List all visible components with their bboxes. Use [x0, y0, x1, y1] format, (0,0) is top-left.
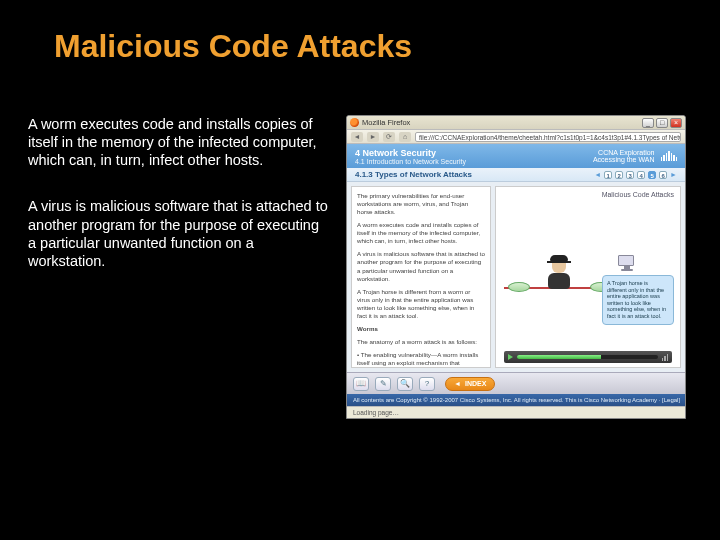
browser-toolbar: ◄ ► ⟳ ⌂ file:///C:/CCNAExploration4/them…	[347, 130, 685, 144]
embedded-screenshot: Mozilla Firefox _ □ × ◄ ► ⟳ ⌂ file:///C:…	[346, 115, 686, 419]
browser-window: Mozilla Firefox _ □ × ◄ ► ⟳ ⌂ file:///C:…	[346, 115, 686, 419]
book-icon[interactable]: 📖	[353, 377, 369, 391]
index-label: INDEX	[465, 380, 486, 387]
minimize-button[interactable]: _	[642, 118, 654, 128]
window-title: Mozilla Firefox	[362, 118, 642, 127]
course-bottom-toolbar: 📖 ✎ 🔍 ? ◄ INDEX	[347, 372, 685, 394]
maximize-button[interactable]: □	[656, 118, 668, 128]
copyright-footer: All contents are Copyright © 1992-2007 C…	[347, 394, 685, 406]
chapter-title: 4 Network Security	[355, 148, 466, 158]
slide-title: Malicious Code Attacks	[0, 0, 720, 65]
paragraph-worm: A worm executes code and installs copies…	[28, 115, 328, 169]
reload-button[interactable]: ⟳	[383, 132, 395, 142]
back-button[interactable]: ◄	[351, 132, 363, 142]
illustration-panel: Malicious Code Attacks A Trojan horse is…	[495, 186, 681, 368]
volume-icon[interactable]	[662, 354, 669, 361]
text-column: A worm executes code and installs copies…	[28, 115, 328, 419]
lesson-text-panel: The primary vulnerabilities for end-user…	[351, 186, 491, 368]
section-bar: 4.1.3 Types of Network Attacks ◄ 1 2 3 4…	[347, 168, 685, 182]
prev-page-arrow-icon[interactable]: ◄	[594, 171, 601, 178]
address-bar[interactable]: file:///C:/CCNAExploration4/theme/cheeta…	[415, 132, 681, 142]
lesson-p3: A virus is malicious software that is at…	[357, 250, 485, 282]
close-button[interactable]: ×	[670, 118, 682, 128]
step-3[interactable]: 3	[626, 171, 634, 179]
firefox-icon	[350, 118, 359, 127]
search-icon[interactable]: 🔍	[397, 377, 413, 391]
chapter-subtitle: 4.1 Introduction to Network Security	[355, 158, 466, 165]
window-controls: _ □ ×	[642, 118, 682, 128]
lesson-p4: A Trojan horse is different from a worm …	[357, 288, 485, 320]
help-icon[interactable]: ?	[419, 377, 435, 391]
progress-fill	[517, 355, 601, 359]
window-titlebar: Mozilla Firefox _ □ ×	[347, 116, 685, 130]
page-steps: ◄ 1 2 3 4 5 6 ►	[594, 171, 677, 179]
step-2[interactable]: 2	[615, 171, 623, 179]
ccna-tag: CCNA Exploration	[593, 149, 655, 156]
browser-status-bar: Loading page…	[347, 406, 685, 418]
play-button-icon[interactable]	[508, 354, 513, 360]
forward-button[interactable]: ►	[367, 132, 379, 142]
lesson-worms-heading: Worms	[357, 325, 378, 332]
lesson-p2: A worm executes code and installs copies…	[357, 221, 485, 245]
step-6[interactable]: 6	[659, 171, 667, 179]
step-1[interactable]: 1	[604, 171, 612, 179]
next-page-arrow-icon[interactable]: ►	[670, 171, 677, 178]
computer-icon	[618, 255, 636, 271]
ccna-subtag: Accessing the WAN	[593, 156, 655, 163]
step-4[interactable]: 4	[637, 171, 645, 179]
note-icon[interactable]: ✎	[375, 377, 391, 391]
cisco-logo-icon	[661, 151, 678, 161]
hacker-icon	[544, 255, 574, 290]
step-5[interactable]: 5	[648, 171, 656, 179]
lesson-p5: The anatomy of a worm attack is as follo…	[357, 338, 485, 346]
content-area: A worm executes code and installs copies…	[0, 65, 720, 419]
section-title: 4.1.3 Types of Network Attacks	[355, 170, 472, 179]
index-button[interactable]: ◄ INDEX	[445, 377, 495, 391]
media-player-bar	[504, 351, 672, 363]
lesson-p1: The primary vulnerabilities for end-user…	[357, 192, 485, 216]
progress-track[interactable]	[517, 355, 658, 359]
router-icon	[508, 282, 530, 292]
illustration-title: Malicious Code Attacks	[602, 191, 674, 198]
paragraph-virus: A virus is malicious software that is at…	[28, 197, 328, 270]
course-header: 4 Network Security 4.1 Introduction to N…	[347, 144, 685, 168]
course-body: The primary vulnerabilities for end-user…	[347, 182, 685, 372]
lesson-p6: • The enabling vulnerability—A worm inst…	[357, 351, 485, 368]
home-button[interactable]: ⌂	[399, 132, 411, 142]
callout-trojan: A Trojan horse is different only in that…	[602, 275, 674, 325]
